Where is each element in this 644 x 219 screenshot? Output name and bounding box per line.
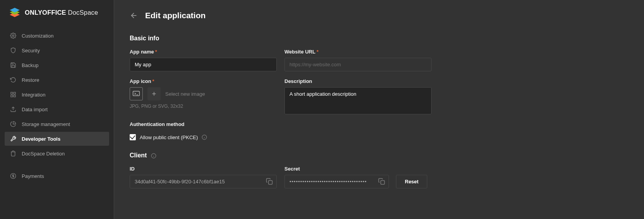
grid-icon bbox=[10, 91, 16, 98]
info-icon[interactable] bbox=[202, 135, 207, 140]
nav-list: Customization Security Backup Restore In… bbox=[0, 25, 114, 219]
history-icon bbox=[10, 77, 16, 83]
sidebar-item-storage[interactable]: Storage management bbox=[5, 117, 109, 131]
reset-button[interactable]: Reset bbox=[396, 175, 427, 188]
field-auth-method: Authentication method Allow public clien… bbox=[130, 121, 629, 140]
sidebar-item-label: Payments bbox=[22, 173, 44, 179]
select-new-image-text: Select new image bbox=[165, 91, 205, 97]
page-title: Edit application bbox=[145, 11, 206, 20]
shield-icon bbox=[10, 47, 16, 53]
auth-method-label: Authentication method bbox=[130, 121, 629, 127]
add-icon-button[interactable] bbox=[147, 87, 161, 100]
trash-icon bbox=[10, 150, 16, 157]
section-client: Client bbox=[130, 152, 629, 159]
svg-rect-23 bbox=[381, 180, 385, 184]
brand-logo: ONLYOFFICE DocSpace bbox=[0, 7, 114, 25]
gear-icon bbox=[10, 33, 16, 39]
svg-rect-4 bbox=[11, 92, 13, 94]
sidebar-item-payments[interactable]: Payments bbox=[5, 169, 109, 183]
info-icon[interactable] bbox=[151, 153, 156, 159]
field-client-id: ID bbox=[130, 166, 277, 188]
pie-chart-icon bbox=[10, 121, 16, 127]
sidebar-item-label: Restore bbox=[22, 77, 39, 83]
sidebar-item-label: Integration bbox=[22, 92, 45, 98]
svg-rect-12 bbox=[133, 91, 140, 96]
website-url-label: Website URL* bbox=[284, 49, 432, 55]
sidebar-item-restore[interactable]: Restore bbox=[5, 73, 109, 87]
client-secret-input[interactable] bbox=[284, 175, 389, 188]
svg-rect-22 bbox=[269, 180, 272, 184]
dollar-icon bbox=[10, 173, 16, 179]
description-textarea[interactable]: A short application description bbox=[284, 87, 432, 114]
website-url-input[interactable] bbox=[284, 58, 432, 71]
sidebar-item-label: Security bbox=[22, 48, 40, 53]
client-id-input[interactable] bbox=[130, 175, 277, 188]
sidebar-item-deletion[interactable]: DocSpace Deletion bbox=[5, 147, 109, 160]
brand-text: ONLYOFFICE DocSpace bbox=[25, 9, 98, 16]
logo-icon bbox=[9, 7, 20, 18]
back-arrow-icon[interactable] bbox=[130, 11, 138, 20]
field-description: Description A short application descript… bbox=[284, 78, 432, 114]
sidebar-item-backup[interactable]: Backup bbox=[5, 58, 109, 72]
save-icon bbox=[10, 62, 16, 68]
sidebar-item-developer-tools[interactable]: Developer Tools bbox=[5, 132, 109, 146]
app-icon-label: App icon* bbox=[130, 78, 277, 84]
client-id-label: ID bbox=[130, 166, 277, 172]
app-name-input[interactable] bbox=[130, 58, 277, 71]
sidebar-item-label: Data import bbox=[22, 107, 48, 112]
svg-rect-6 bbox=[14, 95, 15, 97]
import-icon bbox=[10, 106, 16, 112]
sidebar-item-label: Developer Tools bbox=[22, 136, 60, 142]
main-content: Edit application Basic info App name* We… bbox=[114, 0, 644, 219]
sidebar-item-integration[interactable]: Integration bbox=[5, 88, 109, 102]
svg-point-3 bbox=[12, 35, 14, 36]
app-name-label: App name* bbox=[130, 49, 277, 55]
copy-icon[interactable] bbox=[378, 178, 386, 186]
sidebar-item-label: Backup bbox=[22, 62, 38, 68]
sidebar: ONLYOFFICE DocSpace Customization Securi… bbox=[0, 0, 114, 219]
svg-rect-5 bbox=[14, 92, 15, 94]
section-basic-info: Basic info bbox=[130, 35, 629, 42]
sidebar-item-label: Customization bbox=[22, 33, 53, 39]
svg-rect-7 bbox=[11, 95, 13, 97]
page-header: Edit application bbox=[130, 11, 629, 20]
sidebar-item-label: DocSpace Deletion bbox=[22, 151, 65, 157]
field-app-icon: App icon* Select new image JPG, PNG or S… bbox=[130, 78, 277, 114]
field-website-url: Website URL* bbox=[284, 49, 432, 71]
field-client-secret: Secret bbox=[284, 166, 389, 188]
pkce-label: Allow public client (PKCE) bbox=[140, 135, 198, 140]
sidebar-item-customization[interactable]: Customization bbox=[5, 29, 109, 43]
sidebar-item-data-import[interactable]: Data import bbox=[5, 102, 109, 116]
description-label: Description bbox=[284, 78, 432, 84]
field-app-name: App name* bbox=[130, 49, 277, 71]
icon-hint: JPG, PNG or SVG, 32x32 bbox=[130, 103, 277, 109]
pkce-checkbox[interactable] bbox=[130, 134, 136, 140]
sidebar-item-label: Storage management bbox=[22, 121, 70, 127]
app-icon-preview bbox=[130, 87, 143, 100]
copy-icon[interactable] bbox=[266, 178, 274, 186]
tools-icon bbox=[10, 136, 16, 142]
client-secret-label: Secret bbox=[284, 166, 389, 172]
sidebar-item-security[interactable]: Security bbox=[5, 43, 109, 57]
